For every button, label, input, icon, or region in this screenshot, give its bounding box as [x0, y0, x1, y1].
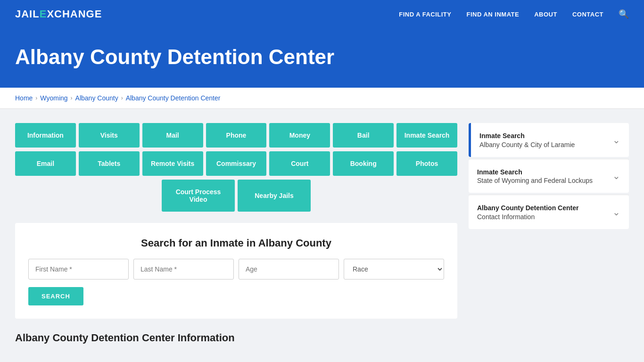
btn-visits[interactable]: Visits: [79, 123, 140, 148]
navbar: JAILEXCHANGE FIND A FACILITY FIND AN INM…: [0, 0, 644, 28]
sidebar-card-2-text: Inmate Search State of Wyoming and Feder…: [477, 168, 593, 185]
btn-court-process-video[interactable]: Court Process Video: [162, 180, 235, 212]
breadcrumb-current: Albany County Detention Center: [126, 94, 221, 102]
chevron-down-icon-2: ⌄: [612, 170, 620, 181]
page-title: Albany County Detention Center: [15, 45, 629, 69]
nav-contact[interactable]: CONTACT: [572, 11, 603, 18]
first-name-input[interactable]: [28, 259, 129, 280]
logo-exchange: XCHANGE: [47, 8, 102, 20]
sidebar-card-2-header[interactable]: Inmate Search State of Wyoming and Feder…: [469, 159, 629, 193]
btn-booking[interactable]: Booking: [333, 151, 394, 176]
sidebar: Inmate Search Albany County & City of La…: [469, 123, 629, 362]
sidebar-card-3: Albany County Detention Center Contact I…: [469, 195, 629, 229]
search-icon[interactable]: 🔍: [619, 9, 629, 19]
btn-inmate-search[interactable]: Inmate Search: [396, 123, 457, 148]
search-title: Search for an Inmate in Albany County: [28, 237, 444, 249]
btn-commissary[interactable]: Commissary: [206, 151, 267, 176]
sidebar-card-2-subtitle: State of Wyoming and Federal Lockups: [477, 177, 593, 184]
btn-phone[interactable]: Phone: [206, 123, 267, 148]
logo[interactable]: JAILEXCHANGE: [15, 8, 102, 20]
btn-information[interactable]: Information: [15, 123, 76, 148]
nav-find-facility[interactable]: FIND A FACILITY: [399, 11, 451, 18]
logo-jail: JAIL: [15, 8, 40, 20]
breadcrumb: Home › Wyoming › Albany County › Albany …: [0, 88, 644, 109]
breadcrumb-home[interactable]: Home: [15, 94, 33, 102]
button-grid-row2: Email Tablets Remote Visits Commissary C…: [15, 151, 457, 176]
sidebar-card-1-header[interactable]: Inmate Search Albany County & City of La…: [469, 123, 629, 157]
nav-links: FIND A FACILITY FIND AN INMATE ABOUT CON…: [399, 9, 629, 19]
btn-tablets[interactable]: Tablets: [79, 151, 140, 176]
btn-money[interactable]: Money: [269, 123, 330, 148]
search-panel: Search for an Inmate in Albany County Ra…: [15, 223, 457, 319]
btn-nearby-jails[interactable]: Nearby Jails: [238, 180, 311, 212]
breadcrumb-wyoming[interactable]: Wyoming: [40, 94, 67, 102]
breadcrumb-sep-1: ›: [35, 95, 37, 101]
last-name-input[interactable]: [133, 259, 234, 280]
sidebar-card-3-subtitle: Contact Information: [477, 213, 578, 221]
search-button[interactable]: SEARCH: [28, 287, 83, 305]
age-input[interactable]: [239, 259, 339, 280]
btn-bail[interactable]: Bail: [333, 123, 394, 148]
button-grid-row1: Information Visits Mail Phone Money Bail…: [15, 123, 457, 148]
search-fields: Race White Black Hispanic Asian Other: [28, 259, 444, 280]
nav-about[interactable]: ABOUT: [534, 11, 557, 18]
sidebar-card-3-title: Albany County Detention Center: [477, 204, 578, 213]
race-select[interactable]: Race White Black Hispanic Asian Other: [344, 259, 444, 280]
button-grid-row3: Court Process Video Nearby Jails: [15, 180, 457, 212]
section-heading: Albany County Detention Center Informati…: [15, 332, 457, 344]
page-body: Information Visits Mail Phone Money Bail…: [0, 109, 644, 362]
main-column: Information Visits Mail Phone Money Bail…: [15, 123, 457, 362]
btn-court[interactable]: Court: [269, 151, 330, 176]
sidebar-card-1-text: Inmate Search Albany County & City of La…: [479, 132, 575, 148]
chevron-down-icon-1: ⌄: [612, 134, 620, 146]
breadcrumb-sep-3: ›: [121, 95, 123, 101]
chevron-down-icon-3: ⌄: [612, 206, 620, 218]
nav-find-inmate[interactable]: FIND AN INMATE: [466, 11, 519, 18]
hero-section: Albany County Detention Center: [0, 28, 644, 88]
btn-photos[interactable]: Photos: [396, 151, 457, 176]
breadcrumb-sep-2: ›: [71, 95, 73, 101]
breadcrumb-albany-county[interactable]: Albany County: [75, 94, 118, 102]
btn-email[interactable]: Email: [15, 151, 76, 176]
sidebar-card-1-title: Inmate Search: [479, 132, 575, 141]
sidebar-card-3-header[interactable]: Albany County Detention Center Contact I…: [469, 195, 629, 229]
sidebar-card-3-text: Albany County Detention Center Contact I…: [477, 204, 578, 221]
sidebar-card-1-subtitle: Albany County & City of Laramie: [479, 141, 575, 148]
sidebar-card-1: Inmate Search Albany County & City of La…: [469, 123, 629, 157]
btn-remote-visits[interactable]: Remote Visits: [142, 151, 203, 176]
sidebar-card-2-title: Inmate Search: [477, 168, 593, 177]
sidebar-card-2: Inmate Search State of Wyoming and Feder…: [469, 159, 629, 193]
btn-mail[interactable]: Mail: [142, 123, 203, 148]
logo-x: E: [40, 8, 47, 20]
